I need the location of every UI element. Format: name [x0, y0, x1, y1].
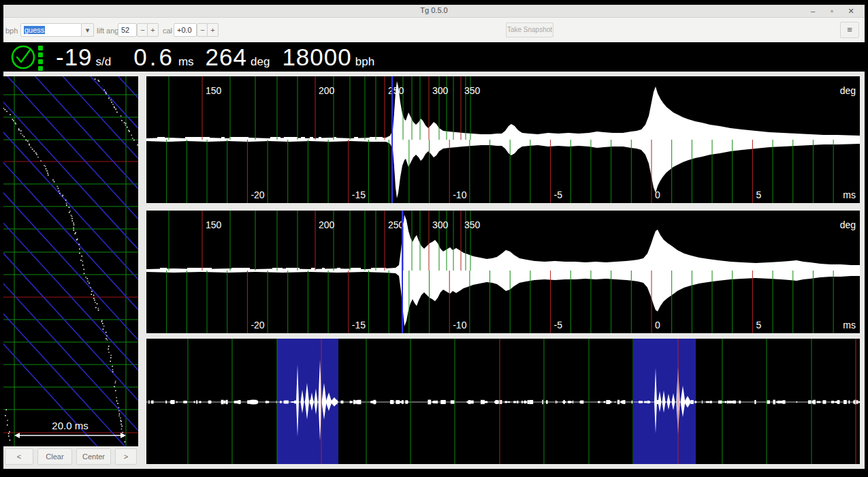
- bph-label: bph: [5, 27, 18, 35]
- scroll-left-button[interactable]: <: [5, 448, 33, 465]
- svg-text:5: 5: [756, 189, 761, 200]
- svg-text:ms: ms: [843, 320, 856, 330]
- svg-text:350: 350: [464, 219, 481, 230]
- svg-text:5: 5: [756, 320, 761, 330]
- bph-dropdown-button[interactable]: ▾: [81, 23, 94, 37]
- toolbar: bph guess ▾ lift angle 52 − + cal +0.0 −…: [3, 18, 865, 42]
- svg-text:ms: ms: [843, 189, 856, 200]
- tic-waveform-plot: 150200250300350deg-20-15-10-505ms: [146, 76, 860, 203]
- paperstrip-display[interactable]: 20.0 ms: [3, 76, 138, 446]
- cal-label: cal: [163, 27, 172, 35]
- svg-text:250: 250: [388, 85, 404, 96]
- bph-input-value: guess: [24, 26, 45, 34]
- svg-text:-10: -10: [453, 189, 466, 200]
- paperstrip-controls: < Clear Center >: [3, 448, 145, 467]
- bph-value: 18000: [282, 44, 351, 70]
- svg-text:300: 300: [432, 85, 449, 96]
- amplitude-unit: deg: [251, 55, 270, 68]
- beat-error-value: 0.6: [133, 44, 175, 70]
- hamburger-icon: ≡: [847, 25, 852, 35]
- bph-input[interactable]: guess: [20, 23, 82, 37]
- amplitude-value: 264: [206, 44, 247, 70]
- center-button[interactable]: Center: [76, 448, 111, 465]
- close-icon[interactable]: ✕: [843, 5, 859, 16]
- minimize-icon[interactable]: –: [805, 5, 821, 16]
- svg-text:deg: deg: [840, 219, 856, 230]
- svg-text:-15: -15: [352, 320, 366, 330]
- svg-text:20.0 ms: 20.0 ms: [52, 420, 88, 431]
- menu-button[interactable]: ≡: [840, 22, 859, 38]
- take-snapshot-button[interactable]: Take Snapshot: [506, 22, 553, 37]
- rate-value: -19: [56, 44, 93, 70]
- chevron-down-icon: ▾: [86, 26, 90, 34]
- svg-text:0: 0: [655, 189, 660, 200]
- svg-text:-15: -15: [352, 189, 366, 200]
- signal-dot: [38, 52, 43, 57]
- svg-text:-10: -10: [453, 320, 466, 330]
- cal-input[interactable]: +0.0: [174, 23, 197, 37]
- window-title: Tg 0.5.0: [3, 6, 865, 14]
- svg-text:0: 0: [655, 320, 660, 330]
- svg-text:-20: -20: [251, 189, 264, 200]
- svg-text:200: 200: [319, 85, 335, 96]
- svg-text:200: 200: [319, 219, 335, 230]
- bph-unit: bph: [355, 55, 374, 68]
- lift-angle-plus-button[interactable]: +: [147, 23, 159, 37]
- rate-unit: s/d: [96, 55, 112, 68]
- toc-waveform-plot: 150200250300350deg-20-15-10-505ms: [146, 211, 860, 333]
- svg-text:-20: -20: [251, 320, 264, 330]
- svg-text:deg: deg: [840, 85, 856, 96]
- cal-plus-button[interactable]: +: [207, 23, 219, 37]
- svg-text:-5: -5: [554, 320, 563, 330]
- signal-strength-indicator: [38, 46, 43, 71]
- svg-text:-5: -5: [554, 189, 563, 200]
- signal-dot: [38, 59, 43, 64]
- signal-dot: [38, 46, 43, 50]
- beat-error-unit: ms: [178, 55, 194, 68]
- signal-dot: [38, 66, 43, 71]
- app-window: Tg 0.5.0 – ▫ ✕ bph guess ▾ lift angle 52…: [3, 5, 865, 469]
- maximize-icon[interactable]: ▫: [824, 5, 840, 16]
- clear-button[interactable]: Clear: [37, 448, 72, 465]
- status-bar: -19s/d 0.6ms 264deg 18000bph: [3, 42, 865, 72]
- audio-strip-plot: [146, 339, 860, 464]
- lift-angle-input[interactable]: 52: [118, 23, 137, 37]
- svg-text:300: 300: [432, 219, 449, 230]
- svg-text:350: 350: [464, 85, 481, 96]
- title-bar[interactable]: Tg 0.5.0 – ▫ ✕: [3, 5, 865, 18]
- scroll-right-button[interactable]: >: [115, 448, 137, 465]
- svg-text:150: 150: [206, 85, 222, 96]
- svg-text:150: 150: [206, 219, 222, 230]
- ok-clock-icon: [10, 44, 37, 70]
